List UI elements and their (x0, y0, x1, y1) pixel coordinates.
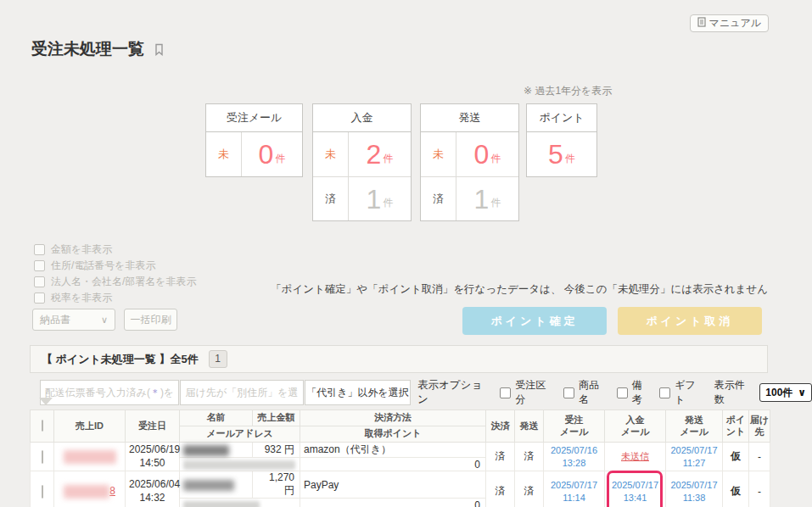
header-settled: 決済 (486, 410, 515, 443)
hide-tax-option[interactable]: 税率を非表示 (34, 292, 197, 304)
card-shipping-pending[interactable]: 未 0件 (421, 132, 518, 176)
card-payment-done[interactable]: 済 1件 (313, 176, 411, 220)
card-payment-title: 入金 (313, 104, 411, 132)
points-earned-cell: 0 (300, 458, 486, 471)
mail-date: 2025/07/17 (670, 480, 717, 490)
sale-id-cell: 8 (54, 471, 126, 507)
pending-label: 未 (313, 132, 349, 176)
hide-amount-option[interactable]: 金額を非表示 (34, 243, 197, 256)
option-product-name[interactable]: 商品名 (563, 378, 609, 407)
pending-count: 0 (259, 141, 274, 168)
order-date-cell: 2025/06/19 14:50 (126, 443, 180, 471)
count-unit: 件 (490, 152, 501, 166)
option-gift[interactable]: ギフト (659, 378, 705, 407)
order-mail-link[interactable]: 2025/07/17 (547, 479, 601, 491)
orders-table: 売上ID 受注日 名前 売上金額 決済方法 決済 発送 受注 メール 入金 メー… (30, 410, 770, 507)
per-page-value: 100件 (765, 386, 792, 400)
per-page-label: 表示件数 (714, 378, 755, 407)
select-alt-address-button[interactable]: 届け先が「別住所」を選択 (180, 380, 304, 405)
select-non-cod-button[interactable]: 「代引き」以外を選択 (305, 380, 411, 405)
checkbox[interactable] (563, 387, 574, 398)
checkbox[interactable] (34, 244, 45, 255)
order-date-cell: 2025/06/04 14:32 (126, 471, 180, 507)
option-product-name-label: 商品名 (579, 378, 609, 407)
select-slip-entered-button[interactable]: 配送伝票番号入力済み(＊)を選択 (40, 380, 179, 405)
checkbox[interactable] (500, 387, 511, 398)
order-time: 14:32 (129, 492, 176, 505)
header-sale-id: 売上ID (54, 410, 126, 443)
header-name: 名前 (180, 410, 253, 426)
order-row-1: 2025/06/19 14:50 932 円 amazon（代引き） 済 済 2… (31, 443, 770, 458)
card-order-mail-pending[interactable]: 未 0件 (206, 132, 302, 176)
shipped-cell: 済 (515, 471, 544, 507)
manual-button[interactable]: マニュアル (690, 14, 769, 32)
points-confirm-button[interactable]: ポイント確定 (462, 307, 607, 335)
pending-label: 未 (421, 132, 456, 176)
points-cancel-button[interactable]: ポイント取消 (618, 307, 762, 335)
checkbox[interactable] (34, 292, 45, 304)
count-unit: 件 (275, 152, 285, 166)
card-shipping-done[interactable]: 済 1件 (421, 176, 518, 220)
slip-button-prefix: 配送伝票番号入力済み( (45, 387, 150, 398)
slip-button-star: ＊ (150, 387, 160, 398)
pagination-page-1[interactable]: 1 (209, 350, 227, 368)
order-mail-link[interactable]: 11:14 (547, 492, 601, 504)
card-payment-pending[interactable]: 未 2件 (313, 132, 411, 176)
hide-address-option[interactable]: 住所/電話番号を非表示 (34, 259, 197, 272)
sale-id-link[interactable]: 8 (109, 485, 115, 497)
document-icon (697, 17, 706, 30)
hide-tax-label: 税率を非表示 (51, 291, 112, 305)
print-controls: 納品書 ∨ 一括印刷 (32, 309, 177, 331)
card-order-mail-title: 受注メール (206, 104, 302, 132)
chevron-down-icon: ∨ (101, 315, 108, 326)
settled-cell: 済 (486, 471, 515, 507)
per-page-select[interactable]: 100件 ∨ (759, 383, 812, 402)
display-options-label: 表示オプション (417, 378, 492, 407)
shipping-mail-link[interactable]: 2025/07/17 (669, 444, 719, 456)
header-order-mail: 受注 メール (544, 410, 605, 443)
shipping-mail-link[interactable]: 2025/07/17 (669, 479, 719, 491)
sale-id-redacted[interactable] (64, 485, 109, 499)
manual-button-label: マニュアル (709, 16, 761, 31)
shipping-mail-link[interactable]: 11:27 (669, 457, 719, 469)
payment-method-cell: PayPay (300, 471, 486, 499)
sale-id-redacted[interactable] (64, 450, 116, 464)
customer-name-cell (180, 471, 253, 499)
header-recipient: 届け先 (749, 410, 770, 443)
shipping-mail-link[interactable]: 11:38 (669, 492, 719, 504)
checkbox[interactable] (659, 387, 670, 398)
bulk-print-button[interactable]: 一括印刷 (124, 309, 177, 331)
checkbox[interactable] (34, 276, 45, 287)
count-unit: 件 (383, 196, 393, 210)
payment-mail-cell-highlighted: 2025/07/17 13:41 (605, 471, 666, 507)
points-count: 5 (548, 141, 563, 168)
checkbox[interactable] (34, 260, 45, 271)
card-points-count[interactable]: 5件 (527, 132, 596, 176)
option-remarks[interactable]: 備考 (617, 378, 652, 407)
option-order-type[interactable]: 受注区分 (500, 378, 556, 407)
row-checkbox[interactable] (42, 450, 43, 464)
recipient-cell: - (749, 443, 770, 471)
order-mail-cell: 2025/07/16 13:28 (544, 443, 605, 471)
checkbox[interactable] (617, 387, 628, 398)
amount-cell: 932 円 (253, 443, 300, 458)
order-mail-link[interactable]: 2025/07/16 (547, 444, 601, 456)
card-shipping-title: 発送 (421, 104, 518, 132)
summary-cards: 受注メール 未 0件 入金 未 2件 済 1件 発送 未 0件 済 (205, 103, 597, 221)
order-mail-cell: 2025/07/17 11:14 (544, 471, 605, 507)
done-count: 1 (474, 186, 490, 213)
payment-mail-link[interactable]: 2025/07/17 (608, 479, 662, 491)
bookmark-icon[interactable] (154, 43, 164, 56)
mail-date: 2025/07/17 (670, 445, 717, 455)
email-cell (180, 499, 300, 507)
payment-mail-cell: 未送信 (605, 443, 666, 471)
order-mail-link[interactable]: 13:28 (547, 457, 601, 469)
document-type-select[interactable]: 納品書 ∨ (32, 309, 115, 331)
row-checkbox[interactable] (42, 485, 43, 499)
payment-mail-unsent-link[interactable]: 未送信 (621, 451, 649, 461)
header-shipping-mail: 発送 メール (666, 410, 723, 443)
select-all-checkbox[interactable] (42, 420, 43, 432)
hide-company-option[interactable]: 法人名・会社名/部署名を非表示 (34, 276, 197, 288)
payment-mail-link[interactable]: 13:41 (608, 492, 662, 504)
header-points-earned: 取得ポイント (300, 426, 486, 443)
